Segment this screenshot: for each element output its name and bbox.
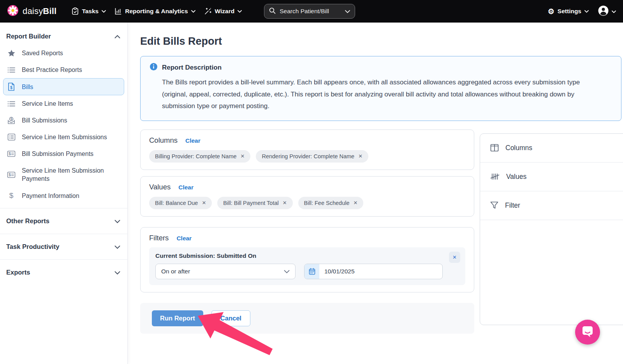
remove-chip-icon[interactable]: ✕: [358, 153, 363, 159]
value-chip[interactable]: Bill: Balance Due ✕: [149, 197, 212, 209]
date-input[interactable]: 10/01/2025: [304, 264, 443, 279]
remove-chip-icon[interactable]: ✕: [353, 200, 357, 206]
nav-tasks-label: Tasks: [82, 8, 99, 15]
sidebar-item-label: Saved Reports: [22, 49, 63, 57]
brand-name: daisyBill: [23, 6, 56, 16]
magic-wand-icon: [204, 7, 212, 15]
daisy-flower-icon: [7, 5, 19, 18]
nav-settings[interactable]: ⚙ Settings: [547, 8, 590, 15]
sidebar-section-task-productivity[interactable]: Task Productivity: [0, 238, 127, 256]
nav-tasks[interactable]: Tasks: [67, 0, 110, 23]
sidebar-section-other-reports[interactable]: Other Reports: [0, 212, 127, 230]
sidebar-item-bill-submissions[interactable]: $ Bill Submissions: [3, 112, 124, 129]
dollar-icon: $: [7, 191, 16, 200]
sidebar-item-bills[interactable]: $ Bills: [3, 78, 124, 95]
search-icon: [269, 7, 276, 16]
divider: [0, 234, 127, 234]
nav-reporting-analytics[interactable]: Reporting & Analytics: [110, 0, 199, 23]
sidebar-section-report-builder[interactable]: Report Builder: [0, 27, 127, 45]
chevron-down-icon[interactable]: [345, 8, 350, 15]
svg-text:$: $: [9, 152, 11, 156]
avatar: [598, 5, 609, 18]
chevron-down-icon: [238, 10, 242, 13]
remove-chip-icon[interactable]: ✕: [202, 200, 206, 206]
remove-chip-icon[interactable]: ✕: [241, 153, 245, 159]
section-title: Task Productivity: [6, 243, 59, 250]
cancel-button[interactable]: Cancel: [211, 310, 250, 326]
sidebar-item-label: Bill Submission Payments: [22, 150, 93, 158]
list-icon: [7, 100, 16, 107]
column-chip[interactable]: Billing Provider: Complete Name ✕: [149, 150, 250, 163]
chevron-down-icon: [114, 243, 120, 250]
search-input[interactable]: [280, 8, 338, 15]
card-dollar-icon: $: [7, 150, 16, 157]
nav-wizard[interactable]: Wizard: [200, 0, 246, 23]
list-icon: [7, 66, 16, 74]
sidebar-item-label: Payment Information: [22, 192, 79, 200]
remove-filter-button[interactable]: ✕: [449, 252, 460, 263]
bar-chart-icon: [114, 8, 122, 15]
builder-tab-filter[interactable]: Filter: [480, 191, 623, 220]
sidebar-item-label: Service Line Items: [22, 100, 73, 108]
sidebar-item-payment-information[interactable]: $ Payment Information: [3, 187, 124, 204]
chip-label: Rendering Provider: Complete Name: [262, 153, 354, 159]
chevron-down-icon: [284, 268, 290, 275]
value-chip[interactable]: Bill: Fee Schedule ✕: [298, 197, 364, 209]
svg-text:$: $: [9, 191, 14, 200]
values-card: Values Clear Bill: Balance Due ✕ Bill: B…: [140, 176, 474, 217]
columns-card: Columns Clear Billing Provider: Complete…: [140, 130, 474, 170]
svg-text:$: $: [11, 117, 12, 121]
sidebar-item-label: Service Line Item Submission Payments: [22, 166, 115, 183]
section-title: Exports: [6, 269, 30, 276]
value-chip[interactable]: Bill: Bill Payment Total ✕: [217, 197, 292, 209]
chevron-down-icon: [191, 10, 195, 13]
nav-wizard-label: Wizard: [215, 8, 235, 15]
patient-bill-search[interactable]: [264, 4, 355, 19]
values-clear-button[interactable]: Clear: [178, 184, 194, 191]
close-icon: ✕: [452, 254, 457, 260]
svg-text:$: $: [9, 173, 11, 177]
builder-tab-columns[interactable]: Columns: [480, 134, 623, 163]
run-report-button[interactable]: Run Report: [152, 310, 203, 326]
builder-panel: Columns Values: [480, 133, 623, 325]
user-menu[interactable]: [598, 5, 616, 18]
chip-label: Bill: Bill Payment Total: [223, 200, 278, 206]
values-card-title: Values: [149, 183, 171, 191]
sidebar-item-label: Best Practice Reports: [22, 66, 82, 74]
calendar-icon[interactable]: [304, 264, 319, 279]
daisybill-logo[interactable]: daisyBill: [7, 5, 56, 18]
sidebar-item-service-line-item-submission-payments[interactable]: $ Service Line Item Submission Payments: [3, 162, 124, 187]
report-description-body: The Bills report provides a bill-level s…: [162, 77, 596, 112]
remove-chip-icon[interactable]: ✕: [283, 200, 287, 206]
sidebar-item-service-line-items[interactable]: Service Line Items: [3, 95, 124, 112]
filter-row: Current Submission: Submitted On ✕ On or…: [149, 247, 465, 285]
divider: [0, 259, 127, 260]
bill-document-icon: $: [7, 82, 16, 91]
sidebar-item-saved-reports[interactable]: Saved Reports: [3, 45, 124, 61]
filter-label: Current Submission: Submitted On: [155, 252, 459, 259]
operator-selected-value: On or after: [161, 268, 190, 275]
sidebar-item-bill-submission-payments[interactable]: $ Bill Submission Payments: [3, 145, 124, 162]
chip-label: Billing Provider: Complete Name: [155, 153, 237, 159]
filters-clear-button[interactable]: Clear: [176, 235, 192, 242]
operator-select[interactable]: On or after: [155, 264, 296, 279]
chevron-down-icon: [612, 8, 616, 15]
sidebar-item-label: Bills: [22, 83, 33, 91]
sidebar-section-exports[interactable]: Exports: [0, 264, 127, 281]
builder-tab-label: Columns: [505, 144, 532, 152]
divider: [0, 208, 127, 208]
column-chip[interactable]: Rendering Provider: Complete Name ✕: [256, 150, 368, 163]
star-icon: [7, 49, 16, 57]
section-title: Other Reports: [6, 217, 49, 225]
sidebar-item-service-line-item-submissions[interactable]: Service Line Item Submissions: [3, 129, 124, 145]
builder-tab-label: Filter: [505, 201, 520, 210]
sidebar-item-best-practice-reports[interactable]: Best Practice Reports: [3, 61, 124, 78]
page-title: Edit Bills Report: [140, 35, 623, 47]
info-icon: [150, 63, 157, 72]
envelope-dollar-icon: $: [7, 116, 16, 124]
chevron-up-icon: [114, 33, 120, 40]
builder-tab-values[interactable]: Values: [480, 163, 623, 191]
columns-clear-button[interactable]: Clear: [185, 137, 201, 144]
chat-bubble-icon: [581, 325, 594, 340]
chat-launcher-button[interactable]: [575, 320, 600, 345]
